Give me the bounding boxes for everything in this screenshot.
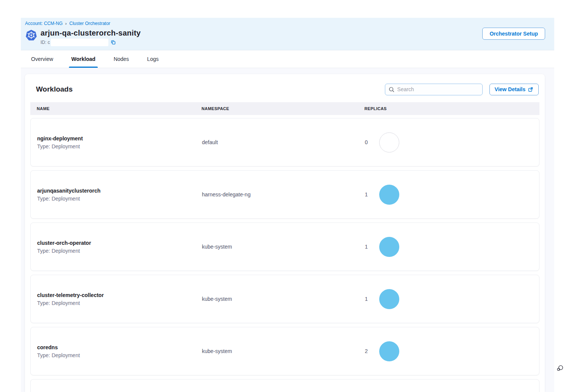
- replicas-indicator: [379, 341, 399, 361]
- replicas-count: 2: [365, 348, 369, 354]
- workloads-title: Workloads: [36, 85, 385, 93]
- workload-namespace: kube-system: [202, 244, 365, 250]
- table-row[interactable]: [30, 379, 539, 392]
- search-box: [385, 84, 483, 95]
- view-details-label: View Details: [495, 86, 525, 92]
- chat-bubble-icon: [556, 364, 564, 372]
- breadcrumb-separator-icon: ›: [65, 21, 67, 26]
- table-row[interactable]: nginx-deployment Type: Deployment defaul…: [30, 118, 539, 166]
- workload-namespace: kube-system: [202, 296, 365, 302]
- tab-logs[interactable]: Logs: [147, 50, 158, 68]
- replicas-indicator: [379, 289, 399, 309]
- workload-type: Type: Deployment: [37, 143, 202, 149]
- content-area: Workloads View Details: [21, 68, 554, 392]
- workload-type: Type: Deployment: [37, 196, 202, 202]
- breadcrumb-section[interactable]: Cluster Orchestrator: [69, 21, 110, 26]
- breadcrumb: Account: CCM-NG › Cluster Orchestrator: [25, 21, 545, 26]
- column-header: NAME: [37, 106, 202, 111]
- workloads-table: nginx-deployment Type: Deployment defaul…: [30, 118, 539, 392]
- breadcrumb-account[interactable]: Account: CCM-NG: [25, 21, 63, 26]
- table-header: NAMENAMESPACEREPLICAS: [30, 102, 539, 115]
- chat-help-button[interactable]: [556, 364, 564, 373]
- table-row[interactable]: cluster-orch-operator Type: Deployment k…: [30, 222, 539, 271]
- workload-type: Type: Deployment: [37, 300, 202, 306]
- replicas-indicator: [379, 185, 399, 205]
- workload-namespace: harness-delegate-ng: [202, 191, 365, 198]
- page-title: arjun-qa-clusterorch-sanity: [41, 29, 141, 37]
- replicas-count: 1: [365, 191, 369, 198]
- cluster-id-redacted: [51, 39, 108, 46]
- workload-name: cluster-orch-operator: [37, 240, 202, 246]
- view-details-button[interactable]: View Details: [489, 84, 539, 95]
- search-icon: [388, 86, 395, 93]
- workloads-panel: Workloads View Details: [25, 74, 545, 392]
- workload-namespace: default: [202, 139, 365, 145]
- tab-workload[interactable]: Workload: [71, 50, 95, 68]
- workload-name: nginx-deployment: [37, 135, 202, 142]
- workload-type: Type: Deployment: [37, 248, 202, 254]
- copy-icon[interactable]: [111, 40, 116, 45]
- table-row[interactable]: cluster-telemetry-collector Type: Deploy…: [30, 275, 539, 323]
- replicas-indicator: [379, 237, 399, 257]
- cluster-id-label: ID: c: [41, 40, 50, 45]
- workload-name: arjunqasanityclusterorch: [37, 188, 202, 194]
- cluster-orchestrator-app: Account: CCM-NG › Cluster Orchestrator: [21, 18, 554, 392]
- table-row[interactable]: arjunqasanityclusterorch Type: Deploymen…: [30, 170, 539, 219]
- orchestrator-setup-button[interactable]: Orchestrator Setup: [482, 28, 545, 40]
- kubernetes-icon: [25, 29, 38, 42]
- tab-bar: OverviewWorkloadNodesLogs: [21, 50, 554, 68]
- workload-name: cluster-telemetry-collector: [37, 292, 202, 298]
- tab-overview[interactable]: Overview: [31, 50, 53, 68]
- column-header: NAMESPACE: [202, 106, 364, 111]
- column-header: REPLICAS: [364, 106, 539, 111]
- table-row[interactable]: coredns Type: Deployment kube-system 2: [30, 327, 539, 375]
- workload-namespace: kube-system: [202, 348, 365, 354]
- search-input[interactable]: [385, 84, 483, 95]
- replicas-count: 1: [365, 244, 369, 250]
- tab-nodes[interactable]: Nodes: [114, 50, 129, 68]
- external-link-icon: [528, 87, 533, 92]
- replicas-count: 1: [365, 296, 369, 302]
- replicas-count: 0: [365, 139, 369, 145]
- replicas-indicator: [379, 132, 399, 152]
- page-header: Account: CCM-NG › Cluster Orchestrator: [21, 18, 554, 50]
- workload-type: Type: Deployment: [37, 352, 202, 358]
- workload-name: coredns: [37, 344, 202, 350]
